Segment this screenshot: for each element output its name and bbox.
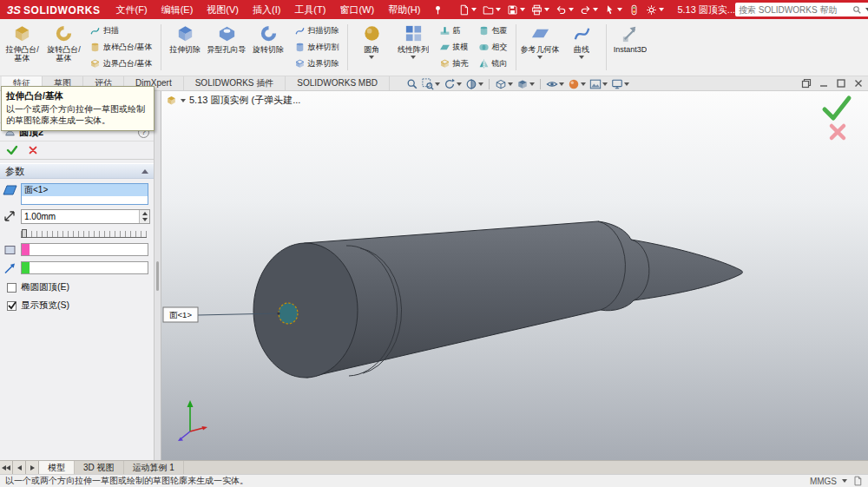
rebuild-button[interactable] — [626, 1, 642, 18]
ribbon-linear-pattern-button[interactable]: 线性阵列 — [393, 21, 434, 74]
menu-tools[interactable]: 工具(T) — [287, 0, 332, 19]
bullet-model[interactable] — [253, 221, 743, 378]
menu-edit[interactable]: 编辑(E) — [155, 0, 201, 19]
ribbon-reference-geometry-button[interactable]: 参考几何体 — [520, 21, 561, 74]
nav-prev-button[interactable] — [13, 461, 26, 474]
ribbon-fillet-button[interactable]: 圆角 — [352, 21, 392, 74]
spin-down-button[interactable] — [140, 217, 149, 224]
ribbon-shell-button[interactable]: 抽壳 — [437, 56, 470, 71]
splitter-grip[interactable] — [156, 261, 159, 291]
ribbon-draft-button[interactable]: 拔模 — [437, 40, 470, 55]
new-document-button[interactable] — [456, 1, 479, 18]
ribbon-loft-button[interactable]: 放样凸台/基体 — [88, 40, 155, 55]
search-icon[interactable] — [852, 5, 862, 15]
menu-window[interactable]: 窗口(W) — [332, 0, 381, 19]
ribbon-revolve-boss-button[interactable]: 旋转凸台/基体 — [43, 21, 84, 74]
model-back-face[interactable] — [253, 243, 358, 378]
tab-solidworks-mbd[interactable]: SOLIDWORKS MBD — [286, 76, 390, 90]
redo-button[interactable] — [577, 1, 601, 18]
ribbon-extrude-cut-button[interactable]: 拉伸切除 — [165, 21, 206, 74]
print-button[interactable] — [529, 1, 552, 18]
draft-icon — [439, 42, 450, 53]
apply-scene-button[interactable] — [589, 78, 608, 90]
ribbon-hole-wizard-button[interactable]: 异型孔向导 — [207, 21, 247, 74]
confirm-cancel-button[interactable] — [832, 126, 844, 138]
nav-first-button[interactable] — [0, 461, 13, 474]
display-style-button[interactable] — [516, 78, 535, 90]
intersect-icon — [478, 42, 490, 53]
chevron-down-icon — [478, 82, 483, 86]
doc-minimize-button[interactable] — [817, 77, 831, 89]
selected-face-highlight[interactable] — [279, 303, 298, 324]
parameters-section-header[interactable]: 参数 — [0, 163, 154, 179]
nav-next-button[interactable] — [26, 461, 39, 474]
ribbon-extrude-boss-button[interactable]: 拉伸凸台/基体 — [2, 21, 43, 74]
tab-3d-views[interactable]: 3D 视图 — [75, 461, 124, 474]
confirm-ok-button[interactable] — [825, 98, 849, 118]
hide-show-items-button[interactable] — [546, 78, 564, 90]
constraint-selection-field[interactable] — [21, 243, 148, 256]
main-area: 圆顶2 ? 参数 面<1> — [0, 91, 868, 460]
graphics-viewport[interactable]: 面<1> 5.13 圆顶实例 (子弹头建... — [161, 91, 868, 460]
tab-model[interactable]: 模型 — [39, 461, 75, 474]
tab-motion-study[interactable]: 运动算例 1 — [124, 461, 184, 474]
zoom-fit-button[interactable] — [406, 78, 418, 90]
direction-selection-field[interactable] — [21, 261, 148, 274]
zoom-area-button[interactable] — [422, 78, 440, 90]
select-button[interactable] — [602, 1, 625, 18]
ribbon-loft-cut-button[interactable]: 放样切割 — [293, 40, 341, 55]
ribbon-revolve-cut-button[interactable]: 旋转切除 — [248, 21, 289, 74]
menu-help[interactable]: 帮助(H) — [381, 0, 427, 19]
ribbon-instant3d-button[interactable]: Instant3D — [610, 21, 651, 74]
section-view-button[interactable] — [465, 78, 483, 90]
open-button[interactable] — [480, 1, 503, 18]
ribbon-sweep-button[interactable]: 扫描 — [88, 23, 155, 38]
view-orientation-button[interactable] — [495, 78, 513, 90]
checkbox-unchecked[interactable] — [7, 283, 16, 293]
spin-up-button[interactable] — [140, 210, 149, 217]
rib-draft-shell-column: 筋 拔模 抽壳 — [435, 21, 473, 74]
slider-thumb[interactable] — [22, 229, 27, 238]
elliptical-dome-checkbox-row[interactable]: 椭圆圆顶(E) — [7, 281, 148, 293]
help-search-input[interactable] — [739, 5, 849, 15]
tab-solidworks-addins[interactable]: SOLIDWORKS 插件 — [184, 76, 286, 90]
distance-slider[interactable] — [21, 228, 147, 238]
ribbon-rib-button[interactable]: 筋 — [437, 23, 470, 38]
show-preview-checkbox-row[interactable]: 显示预览(S) — [7, 299, 148, 312]
ribbon-sweep-cut-button[interactable]: 扫描切除 — [293, 23, 341, 38]
viewport-document-tab[interactable]: 5.13 圆顶实例 (子弹头建... — [166, 94, 300, 107]
undo-button[interactable] — [553, 1, 576, 18]
green-selection-swatch — [22, 262, 30, 273]
save-button[interactable] — [504, 1, 528, 18]
view-settings-button[interactable] — [611, 78, 629, 90]
document-window-controls — [799, 77, 865, 89]
ribbon-intersect-button[interactable]: 相交 — [477, 40, 510, 55]
menu-file[interactable]: 文件(F) — [109, 0, 155, 19]
ribbon-curves-button[interactable]: 曲线 — [562, 21, 602, 74]
units-selector[interactable]: MMGS — [810, 477, 837, 486]
doc-close-button[interactable] — [852, 77, 865, 89]
face-selection-listbox[interactable]: 面<1> — [21, 183, 148, 205]
distance-input[interactable] — [22, 210, 139, 223]
doc-restore-button[interactable] — [834, 77, 848, 89]
ribbon-boundary-boss-button[interactable]: 边界凸台/基体 — [88, 56, 155, 71]
menu-view[interactable]: 视图(V) — [200, 0, 246, 19]
ribbon-boundary-cut-button[interactable]: 边界切除 — [293, 56, 341, 71]
menu-insert[interactable]: 插入(I) — [246, 0, 287, 19]
ok-check-button[interactable] — [6, 144, 18, 156]
ribbon-mirror-button[interactable]: 镜向 — [477, 56, 510, 71]
menu-pin-icon[interactable] — [427, 4, 449, 16]
propertymanager-panel: 圆顶2 ? 参数 面<1> — [0, 91, 155, 460]
viewport-document-title: 5.13 圆顶实例 (子弹头建... — [189, 94, 300, 107]
ribbon-wrap-button[interactable]: 包覆 — [477, 23, 510, 38]
doc-cascade-button[interactable] — [799, 77, 813, 89]
checkbox-checked[interactable] — [7, 301, 16, 311]
cancel-x-button[interactable] — [28, 145, 38, 155]
status-tag-icon[interactable] — [852, 476, 863, 486]
selected-face-item[interactable]: 面<1> — [22, 184, 148, 196]
previous-view-button[interactable] — [444, 78, 462, 90]
panel-splitter[interactable] — [155, 91, 161, 460]
options-button[interactable] — [643, 1, 667, 18]
edit-appearance-button[interactable] — [568, 78, 586, 90]
graphics-scene[interactable]: 面<1> — [161, 91, 868, 460]
